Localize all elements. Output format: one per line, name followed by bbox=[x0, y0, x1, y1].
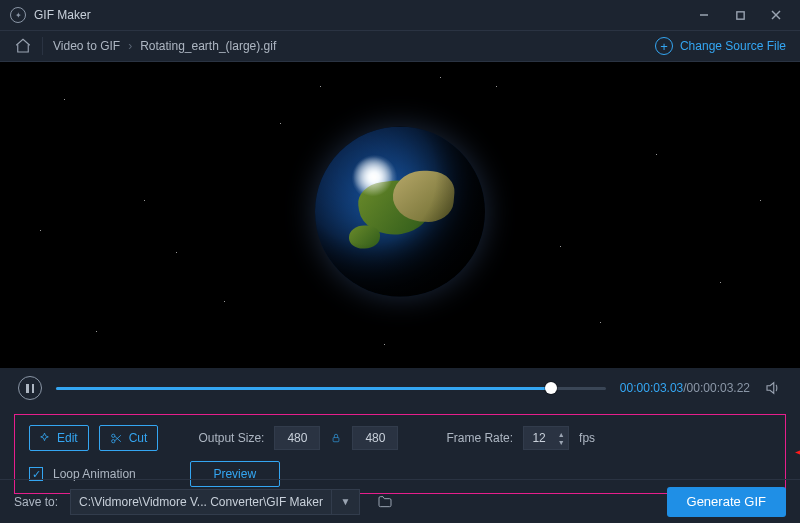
frame-rate-value: 12 bbox=[524, 431, 554, 445]
save-path-field[interactable]: C:\Vidmore\Vidmore V... Converter\GIF Ma… bbox=[70, 489, 332, 515]
svg-marker-10 bbox=[795, 448, 800, 458]
earth-preview bbox=[315, 127, 485, 297]
step-down-icon[interactable]: ▼ bbox=[558, 439, 565, 446]
open-folder-button[interactable] bbox=[372, 489, 398, 515]
preview-area bbox=[0, 62, 800, 368]
svg-point-5 bbox=[111, 439, 114, 442]
scissors-icon bbox=[110, 432, 123, 445]
app-title: GIF Maker bbox=[34, 8, 686, 22]
titlebar: ✦ GIF Maker bbox=[0, 0, 800, 30]
svg-rect-1 bbox=[736, 11, 743, 18]
separator bbox=[42, 37, 43, 55]
fps-unit: fps bbox=[579, 431, 595, 445]
cut-button[interactable]: Cut bbox=[99, 425, 159, 451]
change-source-button[interactable]: + Change Source File bbox=[655, 37, 786, 55]
volume-icon[interactable] bbox=[764, 379, 782, 397]
save-path-value: C:\Vidmore\Vidmore V... Converter\GIF Ma… bbox=[79, 495, 323, 509]
home-icon[interactable] bbox=[14, 37, 32, 55]
chevron-right-icon: › bbox=[128, 39, 132, 53]
close-button[interactable] bbox=[758, 0, 794, 30]
time-label: 00:00:03.03 /00:00:03.22 bbox=[620, 381, 750, 395]
plus-circle-icon: + bbox=[655, 37, 673, 55]
wand-icon bbox=[38, 432, 51, 445]
change-source-label: Change Source File bbox=[680, 39, 786, 53]
edit-label: Edit bbox=[57, 431, 78, 445]
minimize-button[interactable] bbox=[686, 0, 722, 30]
frame-rate-label: Frame Rate: bbox=[446, 431, 513, 445]
svg-rect-8 bbox=[334, 438, 340, 442]
svg-line-7 bbox=[115, 435, 121, 440]
save-path-dropdown[interactable]: ▼ bbox=[332, 489, 360, 515]
breadcrumb-item[interactable]: Rotating_earth_(large).gif bbox=[140, 39, 276, 53]
breadcrumb-bar: Video to GIF › Rotating_earth_(large).gi… bbox=[0, 30, 800, 62]
folder-icon bbox=[376, 494, 394, 510]
output-width-input[interactable]: 480 bbox=[274, 426, 320, 450]
output-height-input[interactable]: 480 bbox=[352, 426, 398, 450]
cut-label: Cut bbox=[129, 431, 148, 445]
annotation-arrow bbox=[795, 445, 800, 464]
edit-button[interactable]: Edit bbox=[29, 425, 89, 451]
maximize-button[interactable] bbox=[722, 0, 758, 30]
generate-gif-label: Generate GIF bbox=[687, 494, 766, 509]
frame-rate-stepper[interactable]: 12 ▲▼ bbox=[523, 426, 569, 450]
lock-icon[interactable] bbox=[330, 432, 342, 444]
svg-point-4 bbox=[111, 434, 114, 437]
svg-line-6 bbox=[115, 436, 121, 441]
step-up-icon[interactable]: ▲ bbox=[558, 431, 565, 438]
pause-icon bbox=[26, 384, 34, 393]
breadcrumb-item[interactable]: Video to GIF bbox=[53, 39, 120, 53]
pause-button[interactable] bbox=[18, 376, 42, 400]
current-time: 00:00:03.03 bbox=[620, 381, 683, 395]
total-time: /00:00:03.22 bbox=[683, 381, 750, 395]
bottom-bar: Save to: C:\Vidmore\Vidmore V... Convert… bbox=[0, 479, 800, 523]
output-size-label: Output Size: bbox=[198, 431, 264, 445]
generate-gif-button[interactable]: Generate GIF bbox=[667, 487, 786, 517]
save-to-label: Save to: bbox=[14, 495, 58, 509]
window-controls bbox=[686, 0, 794, 30]
transport-bar: 00:00:03.03 /00:00:03.22 bbox=[0, 368, 800, 408]
app-icon: ✦ bbox=[10, 7, 26, 23]
timeline-slider[interactable] bbox=[56, 380, 606, 396]
